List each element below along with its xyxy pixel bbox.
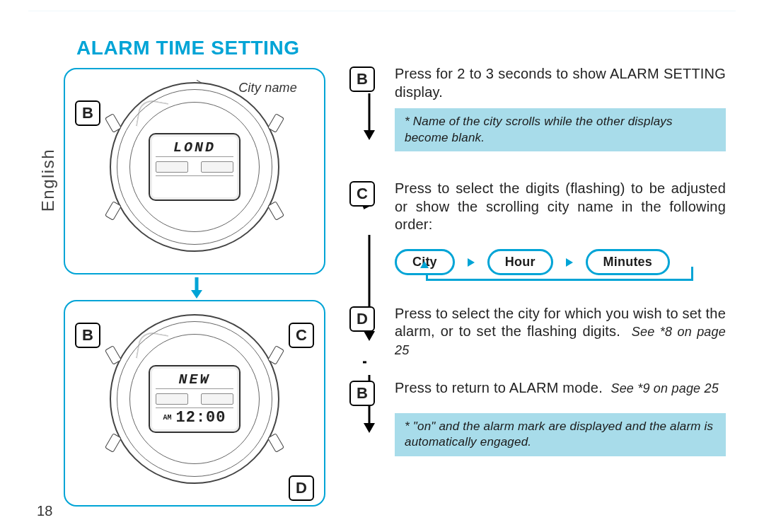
svg-marker-1 — [191, 290, 202, 299]
button-chip-b: B — [349, 66, 375, 92]
step-text: Press to select the digits (flashing) to… — [395, 180, 726, 234]
button-chip-b: B — [75, 100, 100, 126]
order-loop-arrow-icon — [420, 261, 429, 268]
arrow-right-icon — [566, 258, 573, 267]
arrow-down-icon — [190, 277, 204, 299]
arrow-right-icon — [468, 258, 475, 267]
button-chip-b: B — [349, 381, 375, 406]
see-reference: See *9 on page 25 — [610, 381, 719, 395]
watch-panel-2: B C D NEW AM 12:00 — [64, 300, 325, 507]
step-text: Press for 2 to 3 seconds to show ALARM S… — [395, 65, 726, 101]
watch-panel-1: B City name LOND — [64, 68, 325, 274]
button-chip-b: B — [75, 323, 100, 348]
lcd-city: LOND — [156, 139, 233, 157]
watch-illustration-1: LOND — [110, 82, 279, 252]
button-chip-c: C — [349, 181, 375, 207]
button-chip-c: C — [289, 323, 314, 348]
panel-connector — [64, 274, 325, 300]
instruction-column: B Press for 2 to 3 seconds to show ALARM… — [349, 65, 726, 463]
note-1: * Name of the city scrolls while the oth… — [395, 108, 726, 151]
lcd-city: NEW — [156, 371, 233, 389]
illustration-column: B City name LOND — [64, 68, 325, 507]
order-pill-minutes: Minutes — [586, 249, 670, 275]
button-chip-d: D — [289, 475, 314, 501]
order-pill-hour: Hour — [487, 249, 553, 275]
step-text: Press to return to ALARM mode. See *9 on… — [395, 379, 726, 398]
button-chip-d: D — [349, 306, 375, 332]
lcd-time: 12:00 — [176, 409, 226, 427]
step-c: C Press to select the digits (flashing) … — [349, 180, 726, 234]
page-number: 18 — [37, 503, 53, 519]
step-b2: B Press to return to ALARM mode. See *9 … — [349, 379, 726, 406]
note-2: * "on" and the alarm mark are displayed … — [395, 413, 726, 456]
step-b1: B Press for 2 to 3 seconds to show ALARM… — [349, 65, 726, 101]
lcd-am-indicator: AM — [163, 414, 171, 422]
language-label: English — [38, 149, 58, 212]
note-text: "on" and the alarm mark are displayed an… — [405, 420, 713, 449]
selection-order: City Hour Minutes — [395, 243, 726, 282]
watch-illustration-2: NEW AM 12:00 — [110, 314, 279, 484]
language-tab: English — [31, 35, 55, 518]
page-title: ALARM TIME SETTING — [76, 37, 300, 59]
step-text: Press to select the city for which you w… — [395, 305, 726, 359]
note-text: Name of the city scrolls while the other… — [405, 115, 673, 144]
step-d: D Press to select the city for which you… — [349, 305, 726, 359]
